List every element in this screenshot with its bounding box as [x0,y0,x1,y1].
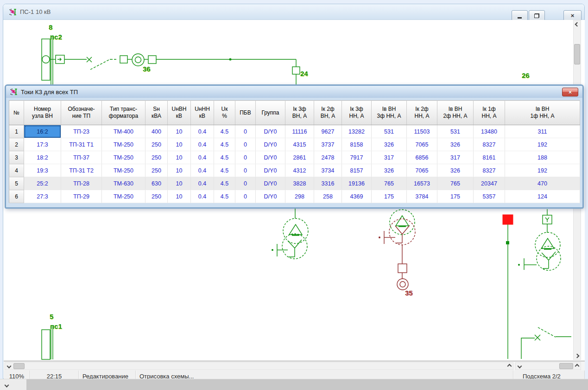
scroll-left-button[interactable] [5,363,13,370]
table-cell[interactable]: 10 [168,164,191,177]
table-cell[interactable]: 317 [372,151,407,164]
horizontal-scrollbar-left-pane[interactable] [5,362,513,370]
table-cell[interactable]: 10 [168,190,191,203]
table-cell[interactable]: 8157 [342,164,372,177]
feeder-ps2[interactable] [42,35,300,86]
open-switch[interactable] [521,327,571,359]
table-cell[interactable]: 11116 [285,125,314,138]
table-cell[interactable]: 10 [168,151,191,164]
table-cell[interactable]: 326 [372,164,407,177]
table-cell[interactable]: 17:3 [24,138,61,151]
table-cell[interactable]: 4315 [285,138,314,151]
table-cell[interactable]: 0 [235,164,256,177]
table-cell[interactable]: 326 [437,164,474,177]
restore-button[interactable] [529,10,545,21]
table-cell[interactable]: 298 [285,190,314,203]
table-cell[interactable]: 0.4 [191,138,214,151]
table-cell[interactable]: 8161 [474,151,505,164]
table-cell[interactable]: 250 [145,164,168,177]
breaker-box[interactable] [148,56,156,64]
table-cell[interactable]: 3828 [285,177,314,190]
table-cell[interactable]: D/Y0 [256,151,285,164]
table-cell[interactable]: ТМ-250 [102,138,145,151]
table-cell[interactable]: 7917 [342,151,372,164]
table-cell[interactable]: 0 [235,151,256,164]
table-cell[interactable]: 0 [235,125,256,138]
table-cell[interactable]: 8327 [474,138,505,151]
table-cell[interactable]: 4.5 [214,177,235,190]
dialog-titlebar[interactable]: Токи КЗ для всех ТП [6,86,582,98]
scroll-left-button[interactable] [516,363,523,370]
horizontal-scrollbar-thumb[interactable] [13,363,25,369]
table-cell[interactable]: 250 [145,138,168,151]
table-cell[interactable]: 326 [372,138,407,151]
table-cell[interactable]: D/Y0 [256,138,285,151]
table-cell[interactable]: 27:3 [24,190,61,203]
meter-36[interactable] [132,54,144,66]
table-cell[interactable]: 188 [505,151,580,164]
table-cell[interactable]: 765 [437,177,474,190]
table-cell[interactable]: 2478 [314,151,342,164]
table-cell[interactable]: 3737 [314,138,342,151]
table-cell[interactable]: 400 [145,125,168,138]
table-cell[interactable]: ТП-23 [61,125,102,138]
table-cell[interactable]: 630 [145,177,168,190]
table-cell[interactable]: 16573 [407,177,437,190]
outer-scrollbar-thumb[interactable] [26,379,588,390]
table-cell[interactable]: 317 [437,151,474,164]
table-cell[interactable]: D/Y0 [256,190,285,203]
horizontal-scrollbar-right-pane[interactable] [515,362,581,370]
table-cell[interactable]: 10 [168,125,191,138]
table-cell[interactable]: 250 [145,151,168,164]
table-cell[interactable]: 10 [168,177,191,190]
table-cell[interactable]: 3784 [407,190,437,203]
table-cell[interactable]: 16:2 [24,125,61,138]
table-cell[interactable]: 8158 [342,138,372,151]
table-cell[interactable]: 0 [235,177,256,190]
table-cell[interactable]: 4.5 [214,151,235,164]
table-cell[interactable]: 0.4 [191,164,214,177]
table-row[interactable]: 318:2ТП-37ТМ-250250100.44.50D/Y028612478… [9,151,580,164]
table-cell[interactable]: 8327 [474,164,505,177]
table-cell[interactable]: ТП-29 [61,190,102,203]
table-cell[interactable]: 10 [168,138,191,151]
table-cell[interactable]: ТМ-250 [102,164,145,177]
table-cell[interactable]: ТМ-630 [102,177,145,190]
table-cell[interactable]: 7065 [407,138,437,151]
scroll-down-button[interactable] [574,352,581,359]
scroll-up-button[interactable] [574,20,581,28]
table-cell[interactable]: 175 [437,190,474,203]
table-cell[interactable]: 0 [235,190,256,203]
table-cell[interactable]: 0.4 [191,125,214,138]
table-cell[interactable]: 3734 [314,164,342,177]
horizontal-scrollbar-thumb[interactable] [559,363,573,369]
table-cell[interactable]: 0.4 [191,177,214,190]
table-cell[interactable]: 4312 [285,164,314,177]
table-cell[interactable]: D/Y0 [256,177,285,190]
table-cell[interactable]: 18:2 [24,151,61,164]
table-cell[interactable]: 175 [372,190,407,203]
table-cell[interactable]: D/Y0 [256,164,285,177]
dialog-close-button[interactable]: × [562,88,578,96]
table-cell[interactable]: 192 [505,138,580,151]
table-cell[interactable]: ТП-31 Т1 [61,138,102,151]
kz-table[interactable]: №Номерузла ВНОбозначе-ние ТПТип транс-фо… [9,100,580,203]
vertical-scrollbar-thumb[interactable] [574,44,580,64]
table-cell[interactable]: ТМ-250 [102,190,145,203]
table-cell[interactable]: 326 [437,138,474,151]
table-cell[interactable]: 3316 [314,177,342,190]
meter-35[interactable] [397,279,408,290]
table-cell[interactable]: ТП-28 [61,177,102,190]
outer-scroll-left-button[interactable] [2,381,11,389]
table-cell[interactable]: 5357 [474,190,505,203]
table-row[interactable]: 217:3ТП-31 Т1ТМ-250250100.44.50D/Y043153… [9,138,580,151]
table-cell[interactable]: 13282 [342,125,372,138]
table-cell[interactable]: 6856 [407,151,437,164]
transformer-1[interactable] [272,207,308,259]
node-circle[interactable] [42,56,50,63]
table-cell[interactable]: 7065 [407,164,437,177]
table-cell[interactable]: ТП-37 [61,151,102,164]
table-cell[interactable]: 4.5 [214,138,235,151]
table-cell[interactable]: 192 [505,164,580,177]
table-cell[interactable]: 20347 [474,177,505,190]
